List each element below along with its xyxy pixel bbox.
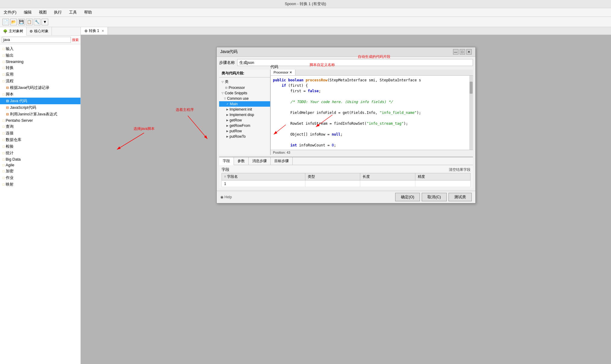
snippet-item-main[interactable]: ✓ Main [219, 101, 270, 107]
toolbar-saveas-btn[interactable]: 📋 [26, 19, 33, 25]
tree-item-agile[interactable]: □ Agile [0, 162, 80, 168]
canvas-area: 选着主程序 Java代码 — □ ✕ [81, 35, 611, 364]
tree-item-app[interactable]: □ 应用 [0, 71, 80, 78]
row-length[interactable] [415, 180, 470, 187]
snippet-item-getrow[interactable]: ▶ getRow [219, 118, 270, 123]
snippet-item-putrowto[interactable]: ▶ putRowTo [219, 134, 270, 139]
row-name[interactable] [305, 180, 360, 187]
bottom-section: 字段 参数 消息步骤 目标步骤 [219, 157, 473, 188]
clear-fields-btn[interactable]: 清空结果字段 [449, 167, 471, 172]
bottom-tab-msg-step[interactable]: 消息步骤 [249, 157, 271, 165]
tree-item-pentaho[interactable]: □ Pentaho Server [0, 118, 80, 123]
tree-item-map[interactable]: □ 映射 [0, 181, 80, 188]
snippet-tree: ▽ 类 ⊟ Processor [219, 77, 270, 155]
tab-close-btn[interactable]: ✕ [102, 29, 104, 33]
snippet-item-implement-disp[interactable]: ▶ Implement disp [219, 112, 270, 118]
snippet-folder-class[interactable]: ▽ 类 [219, 79, 270, 85]
snippet-item-implement-init[interactable]: ▶ Implement init [219, 107, 270, 112]
right-content: ⚙ 转换 1 ✕ 选着主程序 Java代码 — □ ✕ [81, 27, 611, 364]
snippet-item-getrowfrom[interactable]: ▶ getRowFrom [219, 123, 270, 128]
dialog-minimize-btn[interactable]: — [453, 49, 458, 55]
step-name-row: 步骤名称 [219, 59, 473, 66]
field-label-row: 字段 清空结果字段 [222, 166, 471, 173]
snippet-item-processor[interactable]: ⊟ Processor [219, 85, 270, 90]
tree-item-java-filter[interactable]: ⊟ 根据Java代码过滤记录 [0, 84, 80, 91]
menu-view[interactable]: 视图 [38, 9, 48, 16]
tab-core-object[interactable]: ⚙ 核心对象 [27, 27, 52, 35]
menu-tools[interactable]: 工具 [68, 9, 78, 16]
code-editor[interactable]: public boolean processRow(StepMetaInterf… [271, 76, 473, 150]
cancel-button[interactable]: 取消(C) [422, 193, 446, 201]
folder-tri-icon: ▽ [222, 80, 224, 83]
folder-icon: □ [2, 131, 5, 135]
tree-item-query[interactable]: □ 查询 [0, 123, 80, 130]
tri-icon: ▶ [226, 113, 228, 116]
java-icon: ⊟ [6, 86, 9, 90]
java-code-dialog: Java代码 — □ ✕ 步骤名称 [216, 47, 476, 203]
tree-item-job[interactable]: □ 作业 [0, 174, 80, 181]
dialog-footer: ◉ Help 确定(O) 取消(C) 测试类 [217, 191, 475, 203]
toolbar-dropdown-btn[interactable]: ▼ [42, 19, 48, 25]
title-bar: Spoon - 转换 1 (有变动) [0, 0, 611, 8]
java-icon: ⊟ [6, 106, 9, 110]
tree-item-bigdata[interactable]: □ Big Data [0, 156, 80, 162]
tree-item-transform[interactable]: □ 转换 [0, 64, 80, 71]
java-icon: ⊟ [6, 112, 9, 116]
folder-icon: □ [2, 66, 5, 70]
toolbar-new-btn[interactable]: 📄 [2, 19, 9, 25]
folder-icon: □ [2, 151, 5, 155]
dialog-title: Java代码 [220, 49, 238, 55]
check-icon: ✓ [226, 102, 229, 105]
core-icon: ⚙ [30, 29, 33, 33]
tree-item-janino[interactable]: ⊟ 利用Janino计算Java表达式 [0, 111, 80, 118]
tree-item-input[interactable]: □ 输入 [0, 46, 80, 52]
ok-button[interactable]: 确定(O) [395, 193, 420, 201]
tree-item-connect[interactable]: □ 连接 [0, 130, 80, 136]
snippet-folder-code-snippits[interactable]: ▽ Code Snippits [219, 90, 270, 96]
tree-item-js-code[interactable]: ⊟ JavaScript代码 [0, 104, 80, 111]
tree-item-encrypt[interactable]: □ 加密 [0, 168, 80, 174]
tab-main-object-tree[interactable]: 🌳 主对象树 [0, 27, 27, 36]
tree-item-dw[interactable]: □ 数据仓库 [0, 136, 80, 143]
help-label[interactable]: Help [225, 195, 232, 199]
field-table: ↑ 字段名 类型 长度 精度 1 [222, 173, 471, 187]
snippet-folder-common-use[interactable]: ▽ Common use [219, 96, 270, 101]
row-type[interactable] [360, 180, 415, 187]
menu-file[interactable]: 文件(F) [2, 9, 18, 16]
col-header-precision: 精度 [415, 173, 470, 180]
menu-edit[interactable]: 编辑 [23, 9, 33, 16]
footer-help: ◉ Help [220, 195, 232, 199]
code-tab-processor[interactable]: Processor ✕ [271, 70, 296, 75]
search-input[interactable] [2, 37, 71, 43]
tree-item-output[interactable]: □ 输出 [0, 52, 80, 59]
bottom-tab-target-step[interactable]: 目标步骤 [271, 157, 293, 165]
tree-item-java-code[interactable]: ⊟ Java 代码 [0, 98, 80, 104]
search-label: 搜索 [72, 38, 79, 42]
menu-run[interactable]: 执行 [53, 9, 63, 16]
dialog-close-btn[interactable]: ✕ [466, 49, 472, 55]
tree-item-flow[interactable]: □ 流程 [0, 78, 80, 84]
test-button[interactable]: 测试类 [449, 193, 472, 201]
col-header-type: 类型 [305, 173, 360, 180]
field-section: 字段 清空结果字段 ↑ 字段名 类型 长度 [219, 165, 473, 188]
tab-transform1[interactable]: ⚙ 转换 1 ✕ [81, 27, 108, 35]
toolbar-extra-btn[interactable]: 🔧 [34, 19, 40, 25]
code-scrollbar[interactable] [469, 76, 473, 150]
folder-tri-icon: ▽ [222, 92, 224, 95]
dialog-content: 代码 类与代码片段: ▽ 类 [219, 70, 473, 155]
folder-icon: □ [2, 138, 5, 142]
bottom-tab-fields[interactable]: 字段 [219, 157, 234, 165]
tri-icon: ▶ [226, 108, 228, 111]
toolbar-save-btn[interactable]: 💾 [18, 19, 25, 25]
tree-item-stats[interactable]: □ 统计 [0, 150, 80, 156]
toolbar-open-btn[interactable]: 📂 [10, 19, 17, 25]
code-label: 代码 [270, 64, 278, 70]
tree-item-streaming[interactable]: □ Streaming [0, 59, 80, 64]
dialog-maximize-btn[interactable]: □ [460, 49, 465, 55]
col-header-name: ↑ 字段名 [222, 173, 305, 180]
tree-item-script[interactable]: □ 脚本 [0, 91, 80, 98]
menu-help[interactable]: 帮助 [83, 9, 93, 16]
bottom-tab-params[interactable]: 参数 [234, 157, 249, 165]
tree-item-verify[interactable]: □ 检验 [0, 143, 80, 150]
snippet-item-putrow[interactable]: ▶ putRow [219, 128, 270, 134]
